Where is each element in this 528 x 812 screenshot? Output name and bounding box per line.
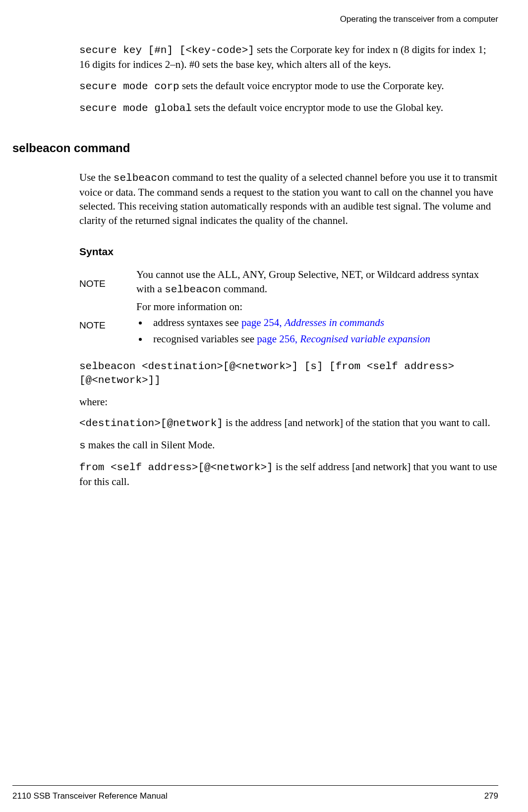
- link-addresses[interactable]: page 254, Addresses in commands: [241, 317, 384, 328]
- section-desc-pre: Use the: [79, 171, 114, 183]
- note-row-1: NOTE You cannot use the ALL, ANY, Group …: [79, 268, 498, 300]
- syntax-command-line: selbeacon <destination>[@<network>] [s] …: [79, 360, 498, 388]
- selbeacon-cmd: selbeacon: [114, 172, 170, 184]
- section-title: selbeacon command: [12, 140, 498, 156]
- note1-cmd: selbeacon: [165, 284, 221, 295]
- syntax-heading: Syntax: [79, 245, 498, 259]
- page-footer: 2110 SSB Transceiver Reference Manual 27…: [12, 785, 498, 802]
- intro-block: secure key [#n] [<key-code>] sets the Co…: [79, 43, 498, 115]
- note-row-2: NOTE For more information on: address sy…: [79, 300, 498, 351]
- note-content-1: You cannot use the ALL, ANY, Group Selec…: [136, 268, 498, 300]
- secure-key-cmd: secure key [#n] [<key-code>]: [79, 45, 254, 56]
- secure-mode-corp-desc: sets the default voice encryptor mode to…: [179, 80, 444, 92]
- def3-cmd: from <self address>[@<network>]: [79, 462, 273, 473]
- intro-para-1: secure key [#n] [<key-code>] sets the Co…: [79, 43, 498, 72]
- secure-mode-corp-cmd: secure mode corp: [79, 81, 179, 92]
- page-container: Operating the transceiver from a compute…: [0, 0, 528, 812]
- note2-bullet-2: recognised variables see page 256, Recog…: [148, 332, 498, 346]
- intro-para-3: secure mode global sets the default voic…: [79, 101, 498, 115]
- definition-1: <destination>[@network] is the address […: [79, 416, 498, 431]
- section-body: Use the selbeacon command to test the qu…: [79, 170, 498, 489]
- def1-rest: is the address [and network] of the stat…: [223, 417, 490, 429]
- intro-para-2: secure mode corp sets the default voice …: [79, 79, 498, 94]
- footer-page-number: 279: [484, 791, 498, 802]
- note-label-2: NOTE: [79, 300, 136, 351]
- notes-table: NOTE You cannot use the ALL, ANY, Group …: [79, 268, 498, 351]
- header-chapter: Operating the transceiver from a compute…: [12, 14, 498, 25]
- def1-cmd: <destination>[@network]: [79, 418, 223, 429]
- note2-bullets: address syntaxes see page 254, Addresses…: [136, 316, 498, 346]
- def2-cmd: s: [79, 440, 86, 451]
- note2-intro: For more information on:: [136, 300, 498, 314]
- footer-doc-title: 2110 SSB Transceiver Reference Manual: [12, 791, 168, 802]
- note1-post: command.: [221, 283, 267, 295]
- note-content-2: For more information on: address syntaxe…: [136, 300, 498, 351]
- note-label-1: NOTE: [79, 268, 136, 300]
- section-description: Use the selbeacon command to test the qu…: [79, 170, 498, 227]
- note2-b1-text: address syntaxes see: [153, 317, 241, 328]
- note2-b2-text: recognised variables see: [153, 333, 257, 345]
- secure-mode-global-desc: sets the default voice encryptor mode to…: [192, 102, 443, 113]
- def2-rest: makes the call in Silent Mode.: [86, 439, 215, 451]
- where-label: where:: [79, 395, 498, 409]
- secure-mode-global-cmd: secure mode global: [79, 103, 192, 114]
- note2-bullet-1: address syntaxes see page 254, Addresses…: [148, 316, 498, 329]
- definition-3: from <self address>[@<network>] is the s…: [79, 460, 498, 489]
- definition-2: s makes the call in Silent Mode.: [79, 438, 498, 453]
- link-variables[interactable]: page 256, Recognised variable expansion: [257, 333, 430, 345]
